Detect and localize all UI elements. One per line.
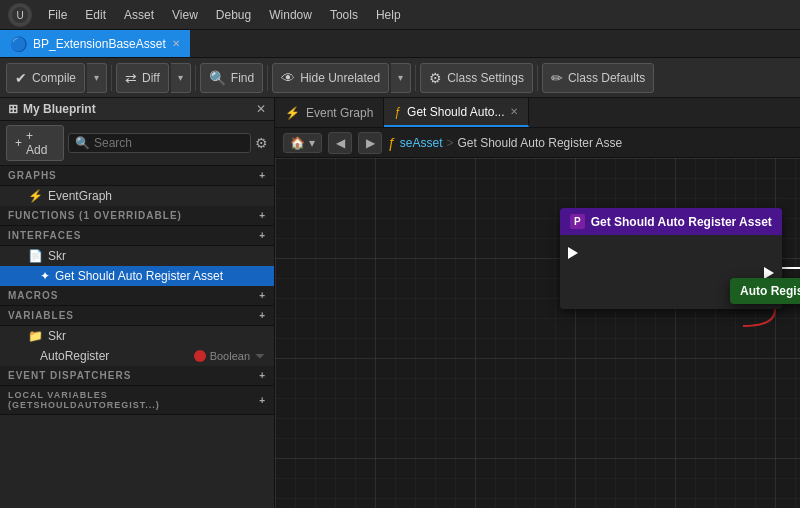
tab-bar: 🔵 BP_ExtensionBaseAsset ✕ — [0, 30, 800, 58]
nav-dropdown-arrow: ▾ — [309, 136, 315, 150]
diff-dropdown[interactable]: ▾ — [171, 63, 191, 93]
class-settings-button[interactable]: ⚙ Class Settings — [420, 63, 533, 93]
add-icon: + — [15, 136, 22, 150]
graphs-add-btn[interactable]: + — [259, 170, 266, 181]
title-bar: U File Edit Asset View Debug Window Tool… — [0, 0, 800, 30]
sep2 — [195, 65, 196, 91]
find-label: Find — [231, 71, 254, 85]
diff-button[interactable]: ⇄ Diff — [116, 63, 169, 93]
node-get-should-icon: P — [570, 214, 585, 229]
sidebar-title-label: My Blueprint — [23, 102, 96, 116]
sidebar-header: ⊞ My Blueprint ✕ — [0, 98, 274, 121]
graphs-label: GRAPHS — [8, 170, 57, 181]
skr-variable-label: Skr — [48, 329, 266, 343]
sidebar-item-get-should[interactable]: ✦ Get Should Auto Register Asset — [0, 266, 274, 286]
hide-unrelated-button[interactable]: 👁 Hide Unrelated — [272, 63, 389, 93]
interfaces-add-btn[interactable]: + — [259, 230, 266, 241]
sidebar-item-skr-variable[interactable]: 📁 Skr — [0, 326, 274, 346]
ue-logo: U — [8, 3, 32, 27]
event-dispatchers-label: EVENT DISPATCHERS — [8, 370, 131, 381]
tab-label-bp: BP_ExtensionBaseAsset — [33, 37, 166, 51]
get-should-label: Get Should Auto Register Asset — [55, 269, 266, 283]
find-button[interactable]: 🔍 Find — [200, 63, 263, 93]
menu-view[interactable]: View — [164, 6, 206, 24]
get-should-tab-close[interactable]: ✕ — [510, 106, 518, 117]
tab-close-btn[interactable]: ✕ — [172, 38, 180, 49]
functions-add-btn[interactable]: + — [259, 210, 266, 221]
macros-add-btn[interactable]: + — [259, 290, 266, 301]
menu-bar: File Edit Asset View Debug Window Tools … — [40, 6, 409, 24]
section-graphs: GRAPHS + — [0, 166, 274, 186]
menu-debug[interactable]: Debug — [208, 6, 259, 24]
local-variables-add-btn[interactable]: + — [259, 395, 266, 406]
graph-tabs: ⚡ Event Graph ƒ Get Should Auto... ✕ — [275, 98, 800, 128]
compile-dropdown[interactable]: ▾ — [87, 63, 107, 93]
node-auto-register[interactable]: Auto Register — [730, 278, 800, 304]
breadcrumb-func-icon: ƒ — [388, 135, 396, 151]
sidebar-settings-icon[interactable]: ⚙ — [255, 135, 268, 151]
menu-asset[interactable]: Asset — [116, 6, 162, 24]
menu-file[interactable]: File — [40, 6, 75, 24]
event-graph-icon: ⚡ — [28, 189, 43, 203]
search-icon: 🔍 — [75, 136, 90, 150]
node-get-should-title: Get Should Auto Register Asset — [591, 215, 772, 229]
diff-icon: ⇄ — [125, 70, 137, 86]
event-graph-tab-icon: ⚡ — [285, 106, 300, 120]
nav-home-icon: 🏠 — [290, 136, 305, 150]
menu-help[interactable]: Help — [368, 6, 409, 24]
event-dispatchers-add-btn[interactable]: + — [259, 370, 266, 381]
sidebar-actions: + + Add 🔍 ⚙ — [0, 121, 274, 166]
breadcrumb-base[interactable]: seAsset — [400, 136, 443, 150]
hide-unrelated-dropdown[interactable]: ▾ — [391, 63, 411, 93]
auto-register-type-label: Boolean — [210, 350, 250, 362]
skr-interface-icon: 📄 — [28, 249, 43, 263]
sidebar-item-event-graph[interactable]: ⚡ EventGraph — [0, 186, 274, 206]
interfaces-label: INTERFACES — [8, 230, 81, 241]
class-defaults-icon: ✏ — [551, 70, 563, 86]
variables-add-btn[interactable]: + — [259, 310, 266, 321]
diff-label: Diff — [142, 71, 160, 85]
event-graph-tab-label: Event Graph — [306, 106, 373, 120]
functions-label: FUNCTIONS (1 OVERRIDABLE) — [8, 210, 182, 221]
nav-back-btn[interactable]: ◀ — [328, 132, 352, 154]
tab-bp-extension[interactable]: 🔵 BP_ExtensionBaseAsset ✕ — [0, 30, 190, 57]
graph-area: ⚡ Event Graph ƒ Get Should Auto... ✕ 🏠 ▾… — [275, 98, 800, 508]
macros-label: MACROS — [8, 290, 58, 301]
node-auto-register-title: Auto Register — [740, 284, 800, 298]
search-box[interactable]: 🔍 — [68, 133, 251, 153]
menu-window[interactable]: Window — [261, 6, 320, 24]
pin-exec-in — [560, 243, 782, 263]
compile-button[interactable]: ✔ Compile — [6, 63, 85, 93]
sidebar-close-btn[interactable]: ✕ — [256, 102, 266, 116]
pin-exec-in-arrow — [568, 247, 578, 259]
toolbar: ✔ Compile ▾ ⇄ Diff ▾ 🔍 Find 👁 Hide Unrel… — [0, 58, 800, 98]
nav-forward-btn[interactable]: ▶ — [358, 132, 382, 154]
breadcrumb-sep: > — [446, 136, 453, 150]
hide-unrelated-label: Hide Unrelated — [300, 71, 380, 85]
auto-register-type-icon — [194, 350, 206, 362]
sep4 — [415, 65, 416, 91]
section-event-dispatchers: EVENT DISPATCHERS + — [0, 366, 274, 386]
section-interfaces: INTERFACES + — [0, 226, 274, 246]
graph-nav: 🏠 ▾ ◀ ▶ ƒ seAsset > Get Should Auto Regi… — [275, 128, 800, 158]
local-variables-label: LOCAL VARIABLES (GETSHOULDAUTOREGIST...) — [8, 390, 259, 410]
class-settings-icon: ⚙ — [429, 70, 442, 86]
class-defaults-button[interactable]: ✏ Class Defaults — [542, 63, 654, 93]
sep1 — [111, 65, 112, 91]
sidebar-item-skr-interface[interactable]: 📄 Skr — [0, 246, 274, 266]
compile-label: Compile — [32, 71, 76, 85]
tab-icon-blueprint: 🔵 — [10, 36, 27, 52]
breadcrumb: ƒ seAsset > Get Should Auto Register Ass… — [388, 135, 622, 151]
tab-get-should[interactable]: ƒ Get Should Auto... ✕ — [384, 98, 529, 127]
sidebar-item-auto-register[interactable]: AutoRegister Boolean ⏷ — [0, 346, 274, 366]
nav-dropdown[interactable]: 🏠 ▾ — [283, 133, 322, 153]
search-input[interactable] — [94, 136, 244, 150]
blueprint-canvas[interactable]: P Get Should Auto Register Asset — [275, 158, 800, 508]
menu-edit[interactable]: Edit — [77, 6, 114, 24]
menu-tools[interactable]: Tools — [322, 6, 366, 24]
add-button[interactable]: + + Add — [6, 125, 64, 161]
class-defaults-label: Class Defaults — [568, 71, 645, 85]
breadcrumb-current: Get Should Auto Register Asse — [458, 136, 623, 150]
tab-event-graph[interactable]: ⚡ Event Graph — [275, 98, 384, 127]
auto-register-arrow: ⏷ — [254, 349, 266, 363]
